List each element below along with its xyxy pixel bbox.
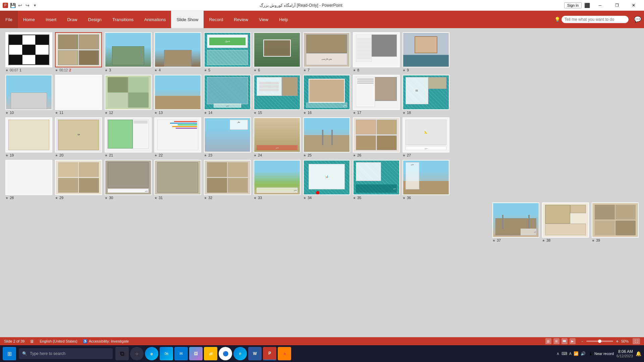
slide-item-25[interactable]: ★ 25 <box>303 117 350 157</box>
slide-item-23[interactable]: نظر ★ 23 <box>204 117 251 157</box>
chrome-app[interactable]: 🔵 <box>219 347 232 360</box>
slide-item-29[interactable]: ★ 29 <box>55 160 102 200</box>
mail-app[interactable]: ✉ <box>174 347 188 360</box>
restore-button[interactable]: ❐ <box>609 0 625 11</box>
photos-app[interactable]: 🖼 <box>189 347 203 360</box>
slide-item-30[interactable]: متن ★ 30 <box>105 160 152 200</box>
zoom-slider[interactable] <box>586 341 613 342</box>
redo-icon[interactable]: ↪ <box>25 3 30 8</box>
accessibility-status[interactable]: ♿ Accessibility: Investigate <box>83 339 129 344</box>
taskbar-search[interactable]: 🔍 Type here to search <box>19 348 113 359</box>
slide-item-5[interactable]: جدول ★ 5 <box>204 32 251 72</box>
reading-view-button[interactable]: 📖 <box>561 338 568 344</box>
save-icon[interactable]: 💾 <box>10 3 15 8</box>
ribbon-search-input[interactable] <box>561 16 629 23</box>
slide-item-9[interactable]: ★ 9 <box>402 32 449 72</box>
presenter-view-button[interactable]: ▶ <box>570 338 576 344</box>
slide-item-4[interactable]: ★ 4 <box>154 32 201 72</box>
zoom-level[interactable]: 50% <box>621 339 629 343</box>
tab-transitions[interactable]: Transitions <box>107 11 139 28</box>
edge-app[interactable]: e <box>145 347 158 360</box>
slide-item-33[interactable]: متن ★ 33 <box>254 160 301 200</box>
clock[interactable]: 8:06 AM 6/12/2023 <box>616 349 633 358</box>
slide-item-8[interactable]: ★ 8 <box>353 32 400 72</box>
ribbon-display-icon[interactable]: ⬛ <box>584 3 590 8</box>
tab-view[interactable]: View <box>254 11 274 28</box>
slide-item-22[interactable]: ★ 22 <box>154 117 201 157</box>
wifi-icon[interactable]: 📶 <box>574 351 579 356</box>
tab-design[interactable]: Design <box>83 11 107 28</box>
slide-item-13[interactable]: ★ 13 <box>154 75 201 115</box>
slide-sorter-button[interactable]: ⊞ <box>553 338 559 344</box>
spell-check-icon[interactable]: 🗏 <box>30 339 34 344</box>
slide-item-19[interactable]: ★ 19 <box>5 117 52 157</box>
tab-file[interactable]: File <box>0 11 18 28</box>
task-view-button[interactable]: ⧉ <box>115 347 129 360</box>
slide-item-34[interactable]: 📊 ★ 34 <box>303 160 350 200</box>
slide-item-39[interactable]: ★ 39 <box>592 202 639 242</box>
tab-animations[interactable]: Animations <box>139 11 171 28</box>
vlc-app[interactable]: 🔺 <box>278 347 291 360</box>
slide-item-38[interactable]: ★ 38 <box>542 202 589 242</box>
sign-in-button[interactable]: Sign in <box>564 2 582 8</box>
fit-slide-button[interactable]: ⛶ <box>633 338 640 344</box>
slide-item-27[interactable]: 📐 متن ★ 27 <box>402 117 449 157</box>
start-button[interactable]: ⊞ <box>3 347 16 360</box>
slide-item-31[interactable]: ★ 31 <box>154 160 201 200</box>
slide-item-7[interactable]: متن فارسی ★ 7 <box>303 32 350 72</box>
tab-review[interactable]: Review <box>228 11 254 28</box>
notification-icon[interactable]: 🔔 <box>636 351 641 356</box>
slide-item-37[interactable]: متن ★ 37 <box>492 202 539 242</box>
normal-view-button[interactable]: ▤ <box>545 338 551 344</box>
slide-item-18[interactable]: 🖼 ★ 18 <box>402 75 449 115</box>
explorer-app[interactable]: 📁 <box>204 347 217 360</box>
slide-num-10: 10 <box>10 111 14 115</box>
slide-item-3[interactable]: ★ 3 <box>105 32 152 72</box>
volume-icon[interactable]: 🔊 <box>581 351 586 356</box>
slide-num-32: 32 <box>208 196 212 200</box>
powerpoint-app[interactable]: P <box>263 347 276 360</box>
undo-icon[interactable]: ↩ <box>17 3 23 8</box>
tab-slideshow[interactable]: Slide Show <box>171 11 204 28</box>
slide-item-20[interactable]: 🗺 ★ 20 <box>55 117 102 157</box>
chevron-up-icon[interactable]: ∧ <box>556 351 559 356</box>
language-status[interactable]: English (United States) <box>40 339 77 343</box>
customize-icon[interactable]: ▾ <box>32 3 38 8</box>
comments-icon[interactable]: 💬 <box>634 11 641 28</box>
slide-item-26[interactable]: ★ 26 <box>353 117 400 157</box>
slide-item-21[interactable]: ★ 21 <box>105 117 152 157</box>
slide-item-32[interactable]: ★ 32 <box>204 160 251 200</box>
zoom-in-button[interactable]: + <box>614 339 620 344</box>
slide-item-28[interactable]: ★ 28 <box>5 160 52 200</box>
slide-item-10[interactable]: ★ 10 <box>5 75 52 115</box>
word-app[interactable]: W <box>248 347 262 360</box>
slide-item-24[interactable]: متن ★ 24 <box>254 117 301 157</box>
slide-item-2[interactable]: ★ 00:12 2 <box>55 32 102 72</box>
keyboard-icon[interactable]: ⌨ <box>561 351 567 356</box>
slide-item-17[interactable]: ★ 17 <box>353 75 400 115</box>
slide-row-5: متن ★ 37 ★ 38 <box>5 202 639 242</box>
tab-home[interactable]: Home <box>18 11 40 28</box>
edge2-app[interactable]: e <box>233 347 247 360</box>
tab-record[interactable]: Record <box>204 11 228 28</box>
slide-item-15[interactable]: ★ 15 <box>254 75 301 115</box>
store-app[interactable]: 🛍 <box>160 347 173 360</box>
slide-item-12[interactable]: ★ 12 <box>105 75 152 115</box>
close-button[interactable]: ✕ <box>626 0 641 11</box>
tab-help[interactable]: Help <box>274 11 293 28</box>
slide-item-1[interactable]: ★ 00:07 1 <box>5 32 52 72</box>
slide-item-14[interactable]: متن ★ 14 <box>204 75 251 115</box>
tab-insert[interactable]: Insert <box>40 11 62 28</box>
cortana-button[interactable]: ○ <box>130 347 144 360</box>
ime-icon[interactable]: A <box>569 352 572 356</box>
slide-item-35[interactable]: متن ★ 35 <box>353 160 400 200</box>
weather-widget[interactable]: 🌡 Near record <box>588 351 614 356</box>
zoom-out-button[interactable]: - <box>580 339 585 344</box>
slide-item-6[interactable]: ★ 6 <box>254 32 301 72</box>
tab-draw[interactable]: Draw <box>62 11 83 28</box>
slide-item-36[interactable]: متن ★ 36 <box>402 160 449 200</box>
slide-thumb-29 <box>55 160 102 195</box>
minimize-button[interactable]: ─ <box>592 0 608 11</box>
slide-item-16[interactable]: متن ★ 16 <box>303 75 350 115</box>
slide-item-11[interactable]: ★ 11 <box>55 75 102 115</box>
